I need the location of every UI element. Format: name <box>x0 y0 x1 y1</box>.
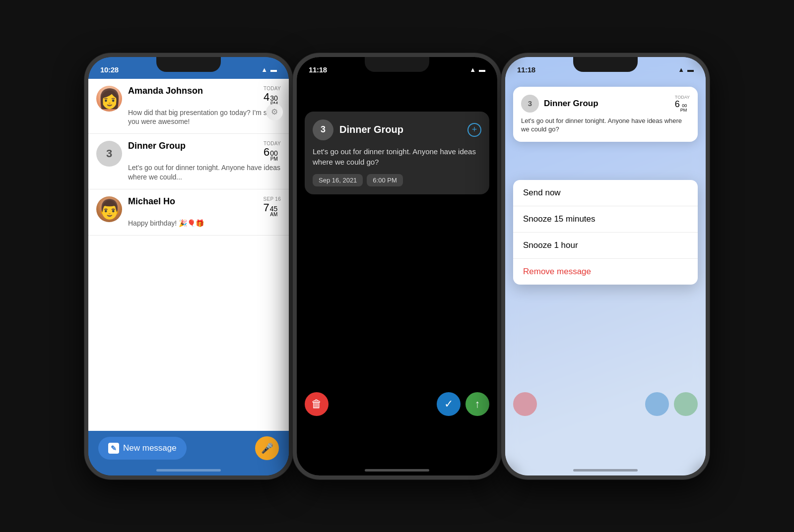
compose-icon: ✎ <box>108 443 119 454</box>
contact-name: Michael Ho <box>128 196 175 207</box>
add-button[interactable]: + <box>467 123 481 137</box>
avatar: 3 <box>96 141 122 167</box>
home-indicator <box>573 469 638 472</box>
context-menu: Send now Snooze 15 minutes Snooze 1 hour… <box>513 180 698 285</box>
confirm-button[interactable]: ✓ <box>437 392 461 416</box>
notification-time: 6:00 PM <box>367 174 402 186</box>
faded-delete-dot <box>513 392 537 416</box>
time-main: 4 <box>264 91 269 103</box>
time-ampm: PM <box>270 157 278 162</box>
notification-title: Dinner Group <box>339 124 462 135</box>
notification-card[interactable]: 3 Dinner Group + Let's go out for dinner… <box>305 112 489 194</box>
list-item[interactable]: Michael Ho SEP 16 7 45 AM <box>88 189 289 236</box>
checkmark-icon: ✓ <box>444 398 453 411</box>
microphone-button[interactable]: 🎤 <box>255 436 279 460</box>
status-time-2: 11:18 <box>309 65 327 74</box>
battery-icon: ▬ <box>270 66 277 73</box>
time-block: SEP 16 7 45 AM <box>263 196 281 217</box>
phone-notification: 11:18 ▲ ▬ 3 Dinner Group + Let's go out … <box>293 53 501 479</box>
time-sub: 30 <box>270 95 278 102</box>
status-time-1: 10:28 <box>100 65 119 74</box>
time-ampm: PM <box>680 108 687 113</box>
send-button[interactable]: ↑ <box>465 392 489 416</box>
wifi-icon: ▲ <box>469 66 476 73</box>
context-menu-remove[interactable]: Remove message <box>513 259 698 285</box>
home-indicator <box>365 469 429 472</box>
microphone-icon: 🎤 <box>261 442 273 454</box>
context-menu-snooze-15[interactable]: Snooze 15 minutes <box>513 206 698 233</box>
time-block: TODAY 4 30 PM <box>264 86 281 107</box>
messages-list: ⚙ Amanda Johnson TODAY 4 30 <box>88 79 289 431</box>
status-icons-3: ▲ ▬ <box>678 66 694 73</box>
notification-meta: Sep 16, 2021 6:00 PM <box>313 174 481 186</box>
message-preview: Let's go out for dinner tonight. Anyone … <box>128 163 281 182</box>
faded-action-buttons <box>513 392 698 416</box>
send-icon: ↑ <box>475 398 480 411</box>
notification-preview-message: Let's go out for dinner tonight. Anyone … <box>521 117 690 134</box>
gear-button[interactable]: ⚙ <box>266 104 283 120</box>
time-sub: 45 <box>270 205 278 212</box>
time-main: 6 <box>264 146 269 158</box>
status-bar-3: 11:18 ▲ ▬ <box>505 57 706 79</box>
date-label: TODAY <box>264 86 281 91</box>
faded-send-dot <box>674 392 698 416</box>
status-icons-2: ▲ ▬ <box>469 66 485 73</box>
message-preview: How did that big presentation go today? … <box>128 108 281 127</box>
phone-context-menu: 11:18 ▲ ▬ 3 Dinner Group TODAY 6 <box>501 53 710 479</box>
group-count-badge: 3 <box>528 99 532 108</box>
notification-preview-avatar: 3 <box>521 95 539 113</box>
notification-avatar: 3 <box>313 119 333 140</box>
time-main: 6 <box>675 100 680 110</box>
contact-name: Dinner Group <box>128 141 186 151</box>
time-block: TODAY 6 00 PM <box>264 141 281 162</box>
group-count-badge: 3 <box>321 124 326 135</box>
context-menu-snooze-1h[interactable]: Snooze 1 hour <box>513 233 698 259</box>
message-info: Michael Ho SEP 16 7 45 AM <box>128 196 281 228</box>
avatar <box>96 86 122 112</box>
home-indicator <box>156 469 221 472</box>
new-message-label: New message <box>123 443 177 453</box>
status-icons-1: ▲ ▬ <box>261 66 277 73</box>
notification-actions: 🗑 ✓ ↑ <box>305 392 489 416</box>
faded-check-dot <box>645 392 669 416</box>
battery-icon: ▬ <box>479 66 485 73</box>
notification-preview-card: 3 Dinner Group TODAY 6 00 PM <box>513 87 698 142</box>
time-block: TODAY 6 00 PM <box>675 95 690 113</box>
context-menu-send-now[interactable]: Send now <box>513 180 698 206</box>
time-sub: 00 <box>270 150 278 157</box>
notification-date: Sep 16, 2021 <box>313 174 363 186</box>
new-message-button[interactable]: ✎ New message <box>98 437 187 460</box>
message-preview: Happy birthday! 🎉🎈🎁 <box>128 219 281 228</box>
time-main: 7 <box>263 202 269 214</box>
wifi-icon: ▲ <box>678 66 684 73</box>
avatar <box>96 196 122 222</box>
delete-button[interactable]: 🗑 <box>305 392 329 416</box>
notification-message: Let's go out for dinner tonight. Anyone … <box>313 146 481 167</box>
status-bar-2: 11:18 ▲ ▬ <box>297 57 497 79</box>
trash-icon: 🗑 <box>311 398 322 411</box>
status-bar-1: 10:28 ▲ ▬ <box>88 57 289 79</box>
list-item[interactable]: Amanda Johnson TODAY 4 30 PM <box>88 79 289 134</box>
notification-preview-header: 3 Dinner Group TODAY 6 00 PM <box>521 95 690 113</box>
contact-name: Amanda Johnson <box>128 86 203 96</box>
group-count: 3 <box>106 147 112 160</box>
notification-header: 3 Dinner Group + <box>313 119 481 140</box>
battery-icon: ▬ <box>687 66 694 73</box>
list-item[interactable]: 3 Dinner Group TODAY 6 00 <box>88 134 289 189</box>
message-info: Dinner Group TODAY 6 00 PM <box>128 141 281 182</box>
message-info: Amanda Johnson TODAY 4 30 PM <box>128 86 281 127</box>
status-time-3: 11:18 <box>517 65 535 74</box>
time-ampm: AM <box>270 212 278 217</box>
wifi-icon: ▲ <box>261 66 267 73</box>
phone-messages-list: 10:28 ▲ ▬ ⚙ Amanda Johnson TODAY <box>84 53 293 479</box>
date-label: TODAY <box>675 95 690 100</box>
notification-preview-title: Dinner Group <box>544 99 598 109</box>
